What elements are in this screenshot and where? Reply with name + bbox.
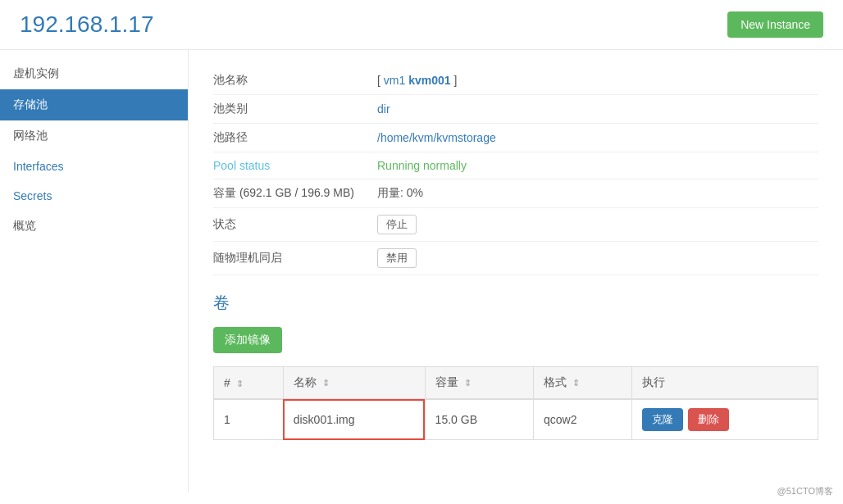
- cell-name: disk001.img: [283, 399, 425, 440]
- table-row: 1disk001.img15.0 GBqcow2克隆删除: [214, 399, 818, 440]
- sort-icon: ⇕: [320, 378, 330, 388]
- volumes-table: # ⇕名称 ⇕容量 ⇕格式 ⇕执行 1disk001.img15.0 GBqco…: [213, 366, 818, 440]
- cell-capacity: 15.0 GB: [425, 399, 533, 440]
- table-header-row: # ⇕名称 ⇕容量 ⇕格式 ⇕执行: [214, 367, 818, 400]
- info-value: /home/kvm/kvmstorage: [377, 131, 496, 144]
- sidebar-item-storage-pool[interactable]: 存储池: [0, 89, 188, 120]
- sort-icon: ⇕: [570, 378, 580, 388]
- col-header-format[interactable]: 格式 ⇕: [534, 367, 632, 400]
- sidebar-item-overview[interactable]: 概览: [0, 211, 188, 242]
- delete-button[interactable]: 删除: [688, 408, 729, 431]
- info-label: Pool status: [213, 159, 377, 172]
- new-instance-button[interactable]: New Instance: [727, 11, 823, 38]
- sidebar-item-secrets[interactable]: Secrets: [0, 181, 188, 211]
- clone-button[interactable]: 克隆: [642, 408, 683, 431]
- info-label: 池名称: [213, 73, 377, 88]
- sort-icon: ⇕: [234, 379, 244, 388]
- info-row: 随物理机同启禁用: [213, 242, 818, 275]
- col-header-capacity[interactable]: 容量 ⇕: [425, 367, 533, 400]
- info-value: 用量: 0%: [377, 186, 423, 201]
- col-header-action: 执行: [631, 367, 818, 400]
- status-badge: 禁用: [377, 248, 417, 268]
- info-label: 容量 (692.1 GB / 196.9 MB): [213, 186, 377, 201]
- info-row: 池类别dir: [213, 95, 818, 124]
- sidebar-item-network-pool[interactable]: 网络池: [0, 120, 188, 152]
- cell-action: 克隆删除: [631, 399, 818, 440]
- info-row: 池名称[ vm1 kvm001 ]: [213, 66, 818, 95]
- volumes-section-title: 卷: [213, 292, 818, 314]
- add-image-button[interactable]: 添加镜像: [213, 327, 282, 353]
- info-row: Pool statusRunning normally: [213, 152, 818, 179]
- main-content: 池名称[ vm1 kvm001 ]池类别dir池路径/home/kvm/kvms…: [189, 50, 843, 493]
- sort-icon: ⇕: [462, 378, 472, 388]
- sidebar: 虚机实例存储池网络池InterfacesSecrets概览: [0, 50, 189, 493]
- sidebar-item-vm-instances[interactable]: 虚机实例: [0, 58, 188, 89]
- info-label: 状态: [213, 217, 377, 232]
- cell-format: qcow2: [534, 399, 632, 440]
- info-label: 池路径: [213, 130, 377, 145]
- col-header-name[interactable]: 名称 ⇕: [283, 367, 425, 400]
- pool-name-kvm001-link[interactable]: kvm001: [408, 74, 450, 87]
- page-title: 192.168.1.17: [20, 11, 154, 38]
- info-value: 停止: [377, 215, 417, 234]
- watermark: @51CTO博客: [777, 485, 833, 493]
- sidebar-item-interfaces[interactable]: Interfaces: [0, 152, 188, 181]
- info-label: 池类别: [213, 102, 377, 116]
- cell-num: 1: [214, 399, 284, 440]
- pool-name-vm1-link[interactable]: vm1: [384, 74, 405, 87]
- col-header-num[interactable]: # ⇕: [214, 367, 284, 400]
- info-value: 禁用: [377, 248, 417, 268]
- info-table: 池名称[ vm1 kvm001 ]池类别dir池路径/home/kvm/kvms…: [213, 66, 818, 275]
- info-row: 容量 (692.1 GB / 196.9 MB)用量: 0%: [213, 179, 818, 208]
- info-value: dir: [377, 102, 390, 116]
- info-value: [ vm1 kvm001 ]: [377, 74, 457, 87]
- table-body: 1disk001.img15.0 GBqcow2克隆删除: [214, 399, 818, 440]
- info-row: 状态停止: [213, 208, 818, 242]
- info-row: 池路径/home/kvm/kvmstorage: [213, 124, 818, 152]
- info-value: Running normally: [377, 159, 467, 172]
- info-label: 随物理机同启: [213, 251, 377, 266]
- status-badge: 停止: [377, 215, 417, 234]
